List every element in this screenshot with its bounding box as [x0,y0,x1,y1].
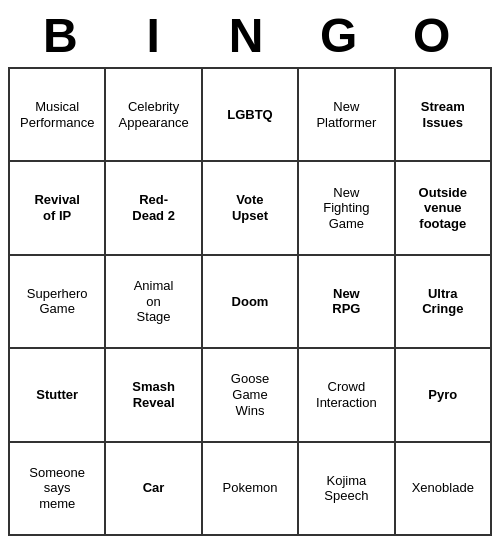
cell-r4-c1: Car [105,442,201,535]
cell-r2-c3: NewRPG [298,255,394,348]
cell-r2-c0: SuperheroGame [9,255,105,348]
cell-r0-c3: NewPlatformer [298,68,394,161]
cell-r1-c4: Outsidevenuefootage [395,161,491,254]
cell-r3-c0: Stutter [9,348,105,441]
cell-r1-c2: VoteUpset [202,161,298,254]
title-letter: B [18,8,111,63]
cell-r4-c4: Xenoblade [395,442,491,535]
cell-r0-c0: MusicalPerformance [9,68,105,161]
cell-r1-c1: Red-Dead 2 [105,161,201,254]
cell-r2-c4: UltraCringe [395,255,491,348]
cell-r0-c4: StreamIssues [395,68,491,161]
cell-r3-c2: GooseGameWins [202,348,298,441]
bingo-title: BINGO [8,8,492,63]
title-letter: G [296,8,389,63]
title-letter: I [111,8,204,63]
cell-r0-c2: LGBTQ [202,68,298,161]
cell-r3-c4: Pyro [395,348,491,441]
bingo-grid: MusicalPerformanceCelebrityAppearanceLGB… [8,67,492,536]
cell-r2-c2: Doom [202,255,298,348]
cell-r2-c1: AnimalonStage [105,255,201,348]
cell-r4-c0: Someonesaysmeme [9,442,105,535]
cell-r3-c1: SmashReveal [105,348,201,441]
cell-r3-c3: CrowdInteraction [298,348,394,441]
title-letter: N [204,8,297,63]
cell-r1-c3: NewFightingGame [298,161,394,254]
cell-r0-c1: CelebrityAppearance [105,68,201,161]
cell-r1-c0: Revivalof IP [9,161,105,254]
cell-r4-c3: KojimaSpeech [298,442,394,535]
title-letter: O [389,8,482,63]
cell-r4-c2: Pokemon [202,442,298,535]
